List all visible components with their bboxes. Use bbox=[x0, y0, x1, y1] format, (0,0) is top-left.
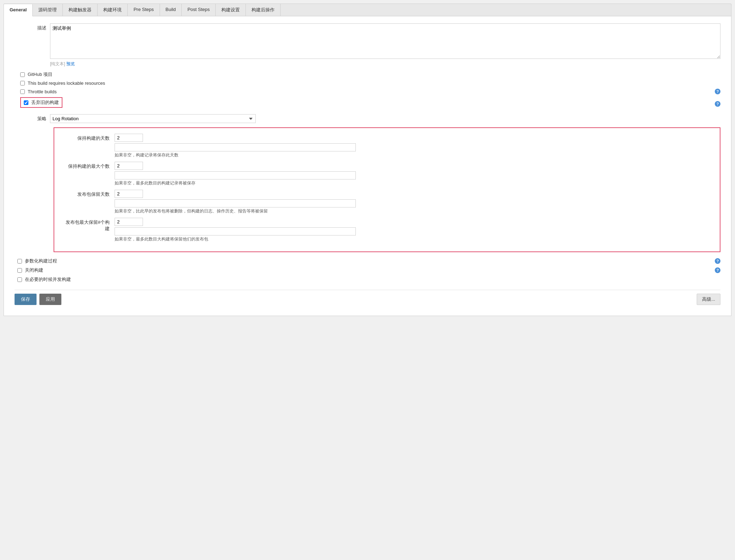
lr-max-right: 如果非空，最多此数目的构建记录将被保存 bbox=[115, 162, 713, 186]
lr-days-label: 保持构建的天数 bbox=[61, 134, 115, 142]
concurrent-label: 在必要的时候并发构建 bbox=[25, 276, 71, 283]
tab-post-actions[interactable]: 构建后操作 bbox=[246, 4, 281, 16]
concurrent-checkbox[interactable] bbox=[17, 277, 22, 282]
strategy-label: 策略 bbox=[15, 116, 50, 122]
throttle-help-icon[interactable]: ? bbox=[715, 89, 720, 94]
concurrent-row: 在必要的时候并发构建 bbox=[15, 276, 720, 283]
lr-artifact-days-label: 发布包保留天数 bbox=[61, 190, 115, 198]
main-content: 描述 [纯文本] 预览 GitHub 项目 This build require… bbox=[4, 16, 731, 316]
lr-days-input[interactable] bbox=[115, 134, 143, 142]
tab-build-settings[interactable]: 构建设置 bbox=[216, 4, 246, 16]
apply-button[interactable]: 应用 bbox=[39, 294, 61, 305]
throttle-checkbox[interactable] bbox=[20, 89, 25, 94]
strategy-select[interactable]: Log Rotation Build Rotation bbox=[50, 114, 256, 123]
footer-left: 保存 应用 bbox=[15, 294, 61, 305]
tab-poststeps[interactable]: Post Steps bbox=[182, 4, 216, 16]
parameterize-checkbox[interactable] bbox=[17, 259, 22, 264]
throttle-label: Throttle builds bbox=[28, 89, 57, 94]
disable-checkbox[interactable] bbox=[17, 268, 22, 273]
lr-max-extra-input[interactable] bbox=[115, 171, 356, 179]
lr-artifact-days-row: 发布包保留天数 如果非空，比此早的发布包将被删除，但构建的日志、操作历史、报告等… bbox=[61, 190, 713, 214]
lr-max-row: 保持构建的最大个数 如果非空，最多此数目的构建记录将被保存 bbox=[61, 162, 713, 186]
save-button[interactable]: 保存 bbox=[15, 294, 37, 305]
tab-presteps[interactable]: Pre Steps bbox=[128, 4, 160, 16]
tab-env[interactable]: 构建环境 bbox=[98, 4, 128, 16]
github-project-row: GitHub 项目 bbox=[15, 71, 720, 78]
parameterize-label: 参数化构建过程 bbox=[25, 258, 57, 264]
lr-artifact-max-right: 如果非空，最多此数目大构建将保留他们的发布包 bbox=[115, 218, 713, 242]
discard-outer-row: 丢弃旧的构建 ? bbox=[15, 97, 720, 111]
lr-artifact-days-extra-input[interactable] bbox=[115, 199, 356, 207]
strategy-row: 策略 Log Rotation Build Rotation bbox=[15, 114, 720, 123]
disable-label: 关闭构建 bbox=[25, 267, 43, 273]
plain-text-label: [纯文本] bbox=[50, 61, 65, 66]
parameterize-help-icon[interactable]: ? bbox=[715, 258, 720, 264]
description-row: 描述 [纯文本] 预览 bbox=[15, 23, 720, 67]
tab-source[interactable]: 源码管理 bbox=[33, 4, 63, 16]
description-control: [纯文本] 预览 bbox=[50, 23, 720, 67]
github-project-checkbox[interactable] bbox=[20, 72, 25, 77]
tab-general[interactable]: General bbox=[4, 4, 33, 16]
footer-bar: 保存 应用 高级... bbox=[15, 290, 720, 305]
lr-days-right: 如果非空，构建记录将保存此天数 bbox=[115, 134, 713, 158]
discard-help-icon[interactable]: ? bbox=[715, 101, 720, 107]
lr-artifact-days-input[interactable] bbox=[115, 190, 143, 198]
preview-link-row: [纯文本] 预览 bbox=[50, 61, 720, 67]
lr-artifact-days-right: 如果非空，比此早的发布包将被删除，但构建的日志、操作历史、报告等将被保留 bbox=[115, 190, 713, 214]
lr-artifact-max-hint: 如果非空，最多此数目大构建将保留他们的发布包 bbox=[115, 236, 713, 242]
log-rotation-box: 保持构建的天数 如果非空，构建记录将保存此天数 保持构建的最大个数 bbox=[54, 127, 720, 252]
description-label: 描述 bbox=[15, 23, 50, 31]
lr-artifact-max-extra-input[interactable] bbox=[115, 227, 356, 235]
lr-days-hint: 如果非空，构建记录将保存此天数 bbox=[115, 152, 713, 158]
lockable-checkbox[interactable] bbox=[20, 81, 25, 85]
lr-max-input[interactable] bbox=[115, 162, 143, 170]
preview-link[interactable]: 预览 bbox=[66, 61, 75, 66]
lr-artifact-max-row: 发布包最大保留#个构建 如果非空，最多此数目大构建将保留他们的发布包 bbox=[61, 218, 713, 242]
tab-bar: General 源码管理 构建触发器 构建环境 Pre Steps Build … bbox=[4, 4, 731, 16]
lockable-row: This build requires lockable resources bbox=[15, 81, 720, 86]
lr-artifact-days-hint: 如果非空，比此早的发布包将被删除，但构建的日志、操作历史、报告等将被保留 bbox=[115, 208, 713, 214]
lr-max-hint: 如果非空，最多此数目的构建记录将被保存 bbox=[115, 180, 713, 186]
lockable-label: This build requires lockable resources bbox=[28, 81, 105, 86]
parameterize-row: 参数化构建过程 ? bbox=[15, 258, 720, 264]
disable-row: 关闭构建 ? bbox=[15, 267, 720, 273]
lr-artifact-max-input[interactable] bbox=[115, 218, 143, 226]
discard-checkbox[interactable] bbox=[24, 100, 28, 105]
lr-days-row: 保持构建的天数 如果非空，构建记录将保存此天数 bbox=[61, 134, 713, 158]
discard-box: 丢弃旧的构建 bbox=[20, 97, 62, 108]
throttle-row: Throttle builds ? bbox=[15, 89, 720, 94]
description-input[interactable] bbox=[50, 23, 720, 59]
lr-artifact-max-label: 发布包最大保留#个构建 bbox=[61, 218, 115, 232]
discard-label: 丢弃旧的构建 bbox=[31, 99, 59, 106]
disable-help-icon[interactable]: ? bbox=[715, 267, 720, 273]
tab-trigger[interactable]: 构建触发器 bbox=[63, 4, 98, 16]
bottom-checkboxes: 参数化构建过程 ? 关闭构建 ? 在必要的时候并发构建 bbox=[15, 258, 720, 283]
lr-days-extra-input[interactable] bbox=[115, 143, 356, 151]
lr-max-label: 保持构建的最大个数 bbox=[61, 162, 115, 170]
advanced-button[interactable]: 高级... bbox=[697, 294, 720, 305]
github-project-label: GitHub 项目 bbox=[28, 71, 52, 78]
tab-build[interactable]: Build bbox=[160, 4, 182, 16]
